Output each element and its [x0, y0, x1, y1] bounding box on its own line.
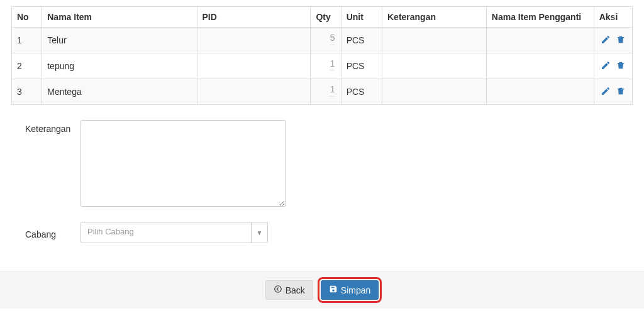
th-unit: Unit	[341, 7, 382, 28]
cell-peng	[486, 79, 594, 105]
cell-pid	[197, 28, 311, 53]
cell-peng	[486, 53, 594, 79]
th-ket: Keterangan	[382, 7, 486, 28]
th-peng: Nama Item Pengganti	[486, 7, 594, 28]
cabang-select[interactable]: Pilih Cabang ▼	[80, 222, 268, 243]
cell-qty[interactable]: 1 ⋯	[311, 79, 341, 105]
cell-qty[interactable]: 5 ⋯	[311, 28, 341, 53]
table-row: 1 Telur 5 ⋯ PCS	[12, 28, 633, 53]
drag-handle-icon: ⋯	[330, 68, 336, 74]
th-qty: Qty	[311, 7, 341, 28]
table-row: 2 tepung 1 ⋯ PCS	[12, 53, 633, 79]
keterangan-label: Keterangan	[11, 120, 80, 134]
cell-ket	[382, 79, 486, 105]
cell-no: 2	[12, 53, 42, 79]
qty-value: 1	[330, 59, 335, 68]
keterangan-textarea[interactable]	[80, 120, 286, 207]
cell-aksi	[594, 79, 632, 105]
trash-icon[interactable]	[616, 60, 627, 72]
cell-unit: PCS	[341, 79, 382, 105]
edit-icon[interactable]	[601, 60, 612, 72]
cabang-label: Cabang	[11, 226, 80, 239]
cell-no: 3	[12, 79, 42, 105]
cell-ket	[382, 53, 486, 79]
table-row: 3 Mentega 1 ⋯ PCS	[12, 79, 633, 105]
cell-aksi	[594, 28, 632, 53]
cell-pid	[197, 53, 311, 79]
simpan-button-label: Simpan	[341, 285, 370, 295]
cell-nama: Mentega	[42, 79, 197, 105]
footer-bar: Back Simpan	[0, 271, 644, 309]
cell-qty[interactable]: 1 ⋯	[311, 53, 341, 79]
qty-value: 5	[330, 33, 335, 42]
chevron-down-icon: ▼	[251, 222, 267, 243]
drag-handle-icon: ⋯	[330, 43, 336, 48]
cell-nama: Telur	[42, 28, 197, 53]
cell-ket	[382, 28, 486, 53]
edit-icon[interactable]	[601, 86, 612, 97]
save-icon	[329, 285, 338, 295]
back-button-label: Back	[286, 285, 305, 295]
th-no: No	[12, 7, 42, 28]
trash-icon[interactable]	[616, 86, 627, 97]
edit-icon[interactable]	[601, 35, 612, 46]
items-table: No Nama Item PID Qty Unit Keterangan Nam…	[11, 6, 633, 105]
th-pid: PID	[197, 7, 311, 28]
cell-unit: PCS	[341, 28, 382, 53]
trash-icon[interactable]	[616, 35, 627, 46]
cabang-placeholder: Pilih Cabang	[81, 222, 251, 243]
simpan-button[interactable]: Simpan	[321, 280, 379, 300]
drag-handle-icon: ⋯	[330, 94, 336, 99]
th-nama: Nama Item	[42, 7, 197, 28]
cell-aksi	[594, 53, 632, 79]
qty-value: 1	[330, 85, 335, 94]
back-arrow-icon	[274, 285, 282, 295]
svg-point-0	[274, 286, 281, 293]
cell-no: 1	[12, 28, 42, 53]
back-button[interactable]: Back	[265, 280, 313, 300]
th-aksi: Aksi	[594, 7, 632, 28]
cell-pid	[197, 79, 311, 105]
cell-nama: tepung	[42, 53, 197, 79]
cell-unit: PCS	[341, 53, 382, 79]
cell-peng	[486, 28, 594, 53]
